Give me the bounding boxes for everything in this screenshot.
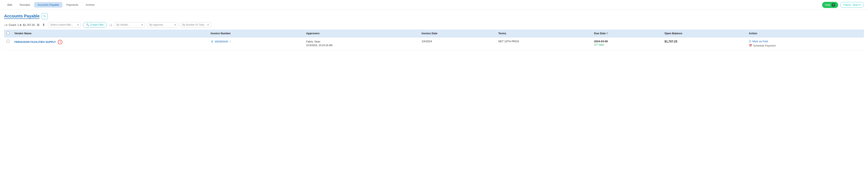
nav-tabs: Bills Receipts Accounts Payable Payments…: [4, 2, 822, 8]
due-date-sort-icon: ▽: [607, 32, 608, 35]
nav-tab-receipts[interactable]: Receipts: [17, 2, 34, 8]
nav-tab-archive[interactable]: Archive: [82, 2, 98, 8]
custom-filter-arrow-icon: ▾: [78, 24, 79, 26]
terms-cell: NET 10TH PROX: [496, 37, 591, 50]
approver-name: Fabris, Sean: [306, 40, 417, 43]
nav-tab-bills[interactable]: Bills: [4, 2, 16, 8]
header-invoice-number: Invoice Number: [208, 30, 304, 37]
table-header-row: Vendor Name Invoice Number Approvers Inv…: [4, 30, 864, 37]
mark-as-paid-button[interactable]: ☑ Mark as Paid: [749, 40, 861, 43]
user-name-label: Fabris, Sean: [843, 3, 859, 6]
approver-filter-placeholder: By Approver...: [149, 24, 165, 26]
approver-filter-dropdown[interactable]: By Approver... ▾: [147, 22, 178, 28]
mark-paid-label: Mark as Paid: [752, 40, 768, 43]
vendor-name: FERGUSON FACILITIES SUPPLY: [14, 40, 56, 43]
invoice-document-icon: 🖥: [211, 40, 214, 43]
sort-icon: ↓≡: [4, 23, 7, 27]
vendor-name-cell: FERGUSON FACILITIES SUPPLY ?: [12, 37, 208, 50]
top-nav: Bills Receipts Accounts Payable Payments…: [0, 0, 868, 10]
invoice-link[interactable]: WE860649: [215, 40, 228, 43]
header-invoice-date: Invoice Date: [419, 30, 496, 37]
action-cell: ☑ Mark as Paid 📅 Schedule Payment: [746, 37, 864, 50]
vendor-filter-placeholder: By Vendor...: [117, 24, 130, 26]
refresh-button[interactable]: ↻: [41, 13, 48, 19]
due-date-cell: 2024-03-08 22+ days: [592, 37, 662, 50]
row-checkbox[interactable]: [7, 40, 9, 43]
nav-tab-accounts-payable[interactable]: Accounts Payable: [34, 2, 62, 8]
vendor-filter-arrow-icon: ▾: [142, 24, 143, 26]
count-amount: $1,707.25: [23, 24, 35, 27]
page-title[interactable]: Accounts Payable: [4, 14, 39, 19]
grid-icon: ⊞: [37, 23, 39, 27]
schedule-payment-label: Schedule Payment: [753, 44, 776, 47]
schedule-calendar-icon: 📅: [749, 44, 752, 47]
count-label: Count: 1: [9, 24, 19, 27]
table-row: FERGUSON FACILITIES SUPPLY ? 🖥 WE860649 …: [4, 37, 864, 50]
vendor-filter-dropdown[interactable]: By Vendor... ▾: [114, 22, 145, 28]
invoice-check-icon: ✓: [229, 40, 231, 43]
open-balance: $1,707.25: [664, 40, 677, 43]
invoice-number-cell: 🖥 WE860649 ✓: [208, 37, 304, 50]
filter-collapse-button[interactable]: ◁: [109, 23, 112, 27]
grid-view-button[interactable]: ⊞: [36, 23, 40, 27]
refresh-icon: ↻: [43, 14, 46, 18]
help-button[interactable]: Help ?: [822, 2, 838, 8]
nav-tab-payments[interactable]: Payments: [63, 2, 82, 8]
header-terms: Terms: [496, 30, 591, 37]
help-question-icon: ?: [832, 3, 835, 7]
overdue-label: 22+ days: [594, 43, 659, 46]
approver-date: 2/14/2024, 10:24:16 AM: [306, 43, 417, 47]
header-vendor-name: Vendor Name: [12, 30, 208, 37]
user-menu-button[interactable]: Fabris, Sean ▾: [840, 2, 864, 8]
select-all-checkbox[interactable]: [7, 32, 9, 35]
number-filter-dropdown[interactable]: By Number Or Total... ▾: [180, 22, 211, 28]
create-filter-label: Create Filter: [90, 24, 104, 26]
terms: NET 10TH PROX: [498, 40, 519, 43]
accounts-payable-table: Vendor Name Invoice Number Approvers Inv…: [0, 30, 868, 50]
invoice-date-cell: 2/4/2024: [419, 37, 496, 50]
approver-cell: Fabris, Sean 2/14/2024, 10:24:16 AM: [304, 37, 419, 50]
create-filter-button[interactable]: 🔍 Create Filter: [83, 22, 107, 28]
header-approvers: Approvers: [304, 30, 419, 37]
open-balance-cell: $1,707.25: [662, 37, 746, 50]
header-checkbox-col: [4, 30, 12, 37]
help-label: Help: [825, 3, 831, 6]
header-open-balance: Open Balance: [662, 30, 746, 37]
nav-right: Help ? Fabris, Sean ▾: [822, 2, 864, 8]
approver-filter-arrow-icon: ▾: [175, 24, 176, 26]
custom-filter-select[interactable]: Select custom filter... ▾: [48, 22, 81, 28]
header-action: Action: [746, 30, 864, 37]
download-icon: ⬇: [42, 23, 45, 27]
number-filter-arrow-icon: ▾: [208, 24, 209, 26]
count-arrow-icon: ▶: [20, 24, 22, 26]
vendor-help-icon[interactable]: ?: [58, 40, 62, 44]
user-chevron-icon: ▾: [859, 3, 861, 6]
invoice-date: 2/4/2024: [422, 40, 432, 43]
count-section: ↓≡ Count: 1 ▶ $1,707.25 ⊞ ⬇: [4, 23, 46, 27]
header-due-date: Due Date ▽: [592, 30, 662, 37]
custom-filter-placeholder: Select custom filter...: [50, 24, 73, 26]
left-arrow-icon: ◁: [109, 23, 112, 27]
row-checkbox-cell: [4, 37, 12, 50]
search-icon: 🔍: [86, 24, 89, 26]
schedule-payment-button[interactable]: 📅 Schedule Payment: [749, 44, 861, 47]
mark-paid-checkbox-icon: ☑: [749, 40, 751, 43]
download-button[interactable]: ⬇: [41, 23, 46, 27]
number-filter-placeholder: By Number Or Total...: [182, 24, 206, 26]
due-date: 2024-03-08: [594, 40, 659, 43]
toolbar: ↓≡ Count: 1 ▶ $1,707.25 ⊞ ⬇ Select custo…: [0, 21, 868, 30]
page-header: Accounts Payable ↻: [0, 10, 868, 21]
